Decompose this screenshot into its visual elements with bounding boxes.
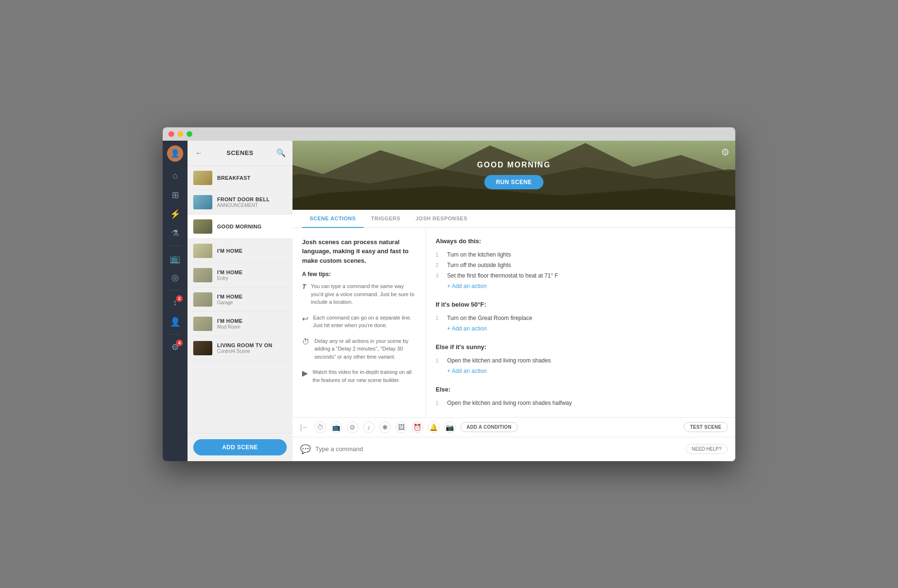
scene-thumb-breakfast — [193, 171, 212, 185]
need-help-button[interactable]: NEED HELP? — [686, 444, 728, 454]
sidebar-header: ← SCENES 🔍 — [188, 141, 292, 166]
action-item: 1 Open the kitchen and living room shade… — [436, 355, 726, 366]
scene-item-frontdoor[interactable]: FRONT DOOR BELL ANNOUNCEMENT — [188, 190, 292, 215]
add-action-sunny[interactable]: + Add an action — [436, 366, 726, 376]
action-text: Turn on the kitchen lights — [447, 251, 511, 258]
search-button[interactable]: 🔍 — [275, 147, 287, 159]
scene-name-frontdoor: FRONT DOOR BELL — [217, 196, 270, 202]
settings-gear-icon[interactable]: ⚙ — [721, 146, 730, 158]
action-text: Open the kitchen and living room shades … — [447, 400, 572, 406]
command-prompt-icon: 💬 — [300, 444, 311, 454]
hero-banner: GOOD MORNING RUN SCENE ⚙ — [292, 141, 735, 210]
toolbar-icon-image[interactable]: 🖼 — [396, 422, 407, 433]
add-action-always[interactable]: + Add an action — [436, 281, 726, 291]
expand-icon[interactable]: |← — [300, 423, 309, 431]
tip-item-4[interactable]: ▶ Watch this video for in-depth training… — [302, 368, 416, 384]
scene-sub-imhome-entry: Entry — [217, 276, 242, 281]
nav-item-home[interactable]: ⌂ — [167, 167, 184, 185]
minimize-button[interactable] — [178, 131, 183, 137]
tip-type-icon: T — [302, 283, 306, 290]
tip-item-1: T You can type a command the same way yo… — [302, 282, 416, 306]
scene-item-imhome-entry[interactable]: I'M HOME Entry — [188, 263, 292, 288]
toolbar-icon-camera[interactable]: 📷 — [444, 422, 456, 433]
scene-info-imhome-mud: I'M HOME Mud Room — [217, 318, 242, 330]
command-bar: 💬 NEED HELP? — [292, 437, 735, 461]
avatar[interactable]: 👤 — [167, 145, 183, 162]
condition-title-else: Else: — [436, 386, 726, 393]
nav-divider-1 — [169, 246, 181, 246]
tips-intro: Josh scenes can process natural language… — [302, 237, 416, 266]
tip-text-1: You can type a command the same way you'… — [311, 282, 416, 306]
test-scene-button[interactable]: TEST SCENE — [684, 422, 728, 432]
toolbar-icon-alarm[interactable]: ⏰ — [412, 422, 423, 433]
nav-item-power[interactable]: ⚡ — [167, 206, 184, 223]
main-content: GOOD MORNING RUN SCENE ⚙ SCENE ACTIONS T… — [292, 141, 735, 461]
tips-panel: Josh scenes can process natural language… — [292, 228, 426, 417]
maximize-button[interactable] — [187, 131, 192, 137]
close-button[interactable] — [168, 131, 174, 137]
tip-play-icon[interactable]: ▶ — [302, 369, 308, 378]
condition-block-always: Always do this: 1 Turn on the kitchen li… — [436, 237, 726, 291]
add-condition-button[interactable]: ADD A CONDITION — [460, 422, 518, 432]
add-action-below50[interactable]: + Add an action — [436, 323, 726, 334]
tip-text-3: Delay any or all actions in your scene b… — [314, 337, 416, 361]
scene-item-imhome-mud[interactable]: I'M HOME Mud Room — [188, 312, 292, 336]
action-item: 1 Turn on the kitchen lights — [436, 249, 726, 260]
tip-clock-icon: ⏱ — [302, 338, 310, 346]
nav-divider-2 — [169, 290, 181, 290]
toolbar-icon-clock[interactable]: ⏱ — [314, 422, 326, 433]
scene-name-imhome-entry: I'M HOME — [217, 269, 242, 275]
action-num: 1 — [436, 252, 442, 258]
nav-item-settings[interactable]: ⚙ 4 — [167, 339, 184, 356]
toolbar-icon-star[interactable]: ✱ — [379, 422, 391, 433]
tip-enter-icon: ↩ — [302, 314, 308, 323]
settings-badge: 4 — [176, 340, 183, 346]
scene-item-breakfast[interactable]: BREAKFAST — [188, 166, 292, 190]
tab-josh-responses[interactable]: JOSH RESPONSES — [408, 210, 475, 228]
action-num: 3 — [436, 273, 442, 279]
tab-triggers[interactable]: TRIGGERS — [364, 210, 408, 228]
nav-item-media[interactable]: 📺 — [167, 250, 184, 267]
scene-thumb-livingroom — [193, 341, 212, 355]
nav-item-user[interactable]: 👤 — [167, 313, 184, 330]
scene-item-livingroom[interactable]: LIVING ROOM TV ON Control4 Scene — [188, 336, 292, 361]
tab-scene-actions[interactable]: SCENE ACTIONS — [302, 210, 364, 228]
run-scene-button[interactable]: RUN SCENE — [484, 175, 543, 189]
toolbar-icon-bell[interactable]: 🔔 — [428, 422, 439, 433]
content-area: Josh scenes can process natural language… — [292, 228, 735, 417]
nav-item-security[interactable]: ↕ 2 — [167, 294, 184, 311]
scene-item-imhome-garage[interactable]: I'M HOME Garage — [188, 288, 292, 312]
tips-subtitle: A few tips: — [302, 271, 416, 278]
window-chrome — [163, 127, 735, 141]
toolbar-icons: ⏱ 📺 ⚙ ♪ ✱ 🖼 ⏰ 🔔 📷 ADD A CONDITION — [314, 422, 680, 433]
sidebar: ← SCENES 🔍 BREAKFAST FRONT DOOR BELL ANN… — [188, 141, 292, 461]
command-input[interactable] — [315, 445, 686, 453]
scene-name-imhome-garage: I'M HOME — [217, 294, 242, 299]
toolbar-icon-music[interactable]: ♪ — [363, 422, 375, 433]
condition-block-sunny: Else if it's sunny: 1 Open the kitchen a… — [436, 343, 726, 376]
scene-info-livingroom: LIVING ROOM TV ON Control4 Scene — [217, 342, 272, 354]
action-text: Open the kitchen and living room shades — [447, 357, 551, 364]
sidebar-footer: ADD SCENE — [188, 433, 292, 461]
condition-title-below50: If it's below 50°F: — [436, 301, 726, 308]
scene-item-goodmorning[interactable]: GOOD MORNING — [188, 215, 292, 239]
tabs: SCENE ACTIONS TRIGGERS JOSH RESPONSES — [292, 210, 735, 228]
scene-info-frontdoor: FRONT DOOR BELL ANNOUNCEMENT — [217, 196, 270, 208]
scene-list: BREAKFAST FRONT DOOR BELL ANNOUNCEMENT G… — [188, 166, 292, 433]
back-button[interactable]: ← — [193, 147, 205, 159]
nav-item-grid[interactable]: ⊞ — [167, 186, 184, 204]
condition-title-always: Always do this: — [436, 237, 726, 245]
scene-info-goodmorning: GOOD MORNING — [217, 224, 261, 229]
toolbar-icon-tv[interactable]: 📺 — [331, 422, 342, 433]
scene-thumb-frontdoor — [193, 195, 212, 209]
add-scene-button[interactable]: ADD SCENE — [193, 439, 287, 455]
action-num: 1 — [436, 400, 442, 406]
toolbar-icon-settings[interactable]: ⚙ — [347, 422, 358, 433]
nav-item-scenes[interactable]: ⚗ — [167, 225, 184, 242]
action-text: Turn off the outside lights — [447, 262, 511, 268]
hero-title: GOOD MORNING — [477, 161, 551, 169]
scene-info-imhome: I'M HOME — [217, 248, 242, 254]
nav-item-intercom[interactable]: ◎ — [167, 269, 184, 286]
scene-item-imhome[interactable]: I'M HOME — [188, 239, 292, 263]
scene-thumb-imhome-entry — [193, 268, 212, 282]
